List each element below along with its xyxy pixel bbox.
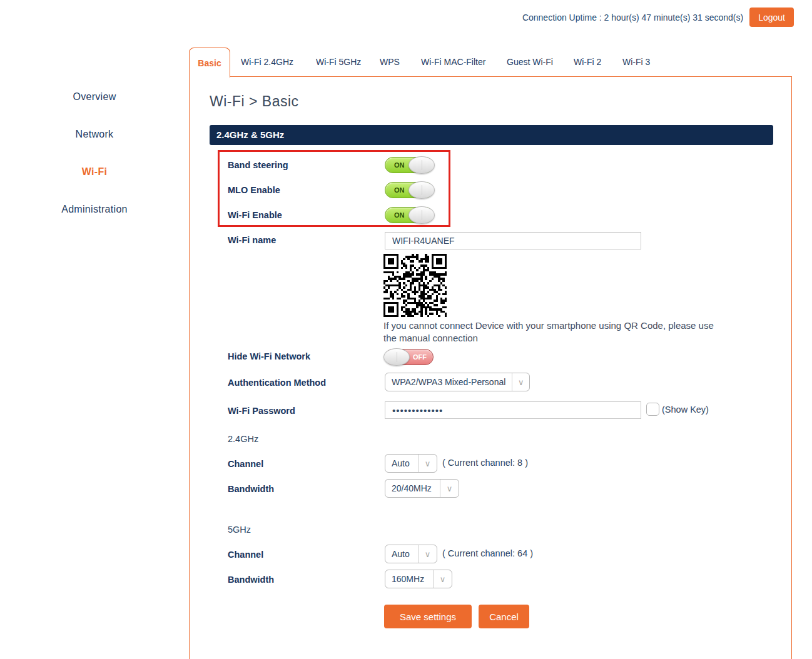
- bandwidth-5-select[interactable]: 160MHz ∨: [385, 570, 452, 588]
- qr-instruction-text: If you cannot connect Device with your s…: [383, 319, 729, 345]
- save-settings-button[interactable]: Save settings: [384, 605, 472, 628]
- tab-wifi-24ghz[interactable]: Wi-Fi 2.4GHz: [241, 48, 293, 76]
- router-admin-screen: Connection Uptime : 2 hour(s) 47 minute(…: [0, 0, 812, 659]
- channel-5-select[interactable]: Auto ∨: [385, 545, 437, 563]
- show-key-label: (Show Key): [662, 405, 709, 415]
- band-steering-toggle[interactable]: ON: [385, 157, 434, 173]
- wifi-name-label: Wi-Fi name: [228, 235, 276, 245]
- bandwidth-5-value: 160MHz: [385, 574, 433, 584]
- hide-network-label: Hide Wi-Fi Network: [228, 351, 310, 361]
- toggle-state-text: ON: [394, 161, 405, 169]
- channel-5-label: Channel: [228, 550, 263, 560]
- chevron-down-icon: ∨: [512, 373, 529, 391]
- topbar: Connection Uptime : 2 hour(s) 47 minute(…: [522, 8, 794, 27]
- tab-wifi-mac-filter[interactable]: Wi-Fi MAC-Filter: [421, 48, 485, 76]
- current-channel-5-text: ( Current channel: 64 ): [442, 548, 533, 558]
- logout-button[interactable]: Logout: [749, 8, 794, 27]
- band-steering-label: Band steering: [228, 160, 288, 170]
- auth-method-select[interactable]: WPA2/WPA3 Mixed-Personal ∨: [385, 373, 530, 391]
- mlo-enable-row: MLO Enable ON: [228, 182, 444, 198]
- wifi-qr-code: [383, 254, 447, 317]
- tab-wifi-5ghz[interactable]: Wi-Fi 5GHz: [316, 48, 361, 76]
- chevron-down-icon: ∨: [440, 480, 459, 497]
- tab-guest-wifi[interactable]: Guest Wi-Fi: [507, 48, 553, 76]
- chevron-down-icon: ∨: [433, 570, 452, 588]
- toggle-state-text: ON: [394, 186, 405, 194]
- bandwidth-5-label: Bandwidth: [228, 575, 274, 585]
- toggle-state-text: OFF: [413, 353, 427, 361]
- content-panel: Wi-Fi > Basic 2.4GHz & 5GHz Band steerin…: [189, 76, 792, 659]
- sidebar-item-overview[interactable]: Overview: [0, 91, 189, 103]
- band-steering-row: Band steering ON: [228, 157, 444, 173]
- tab-wifi-3[interactable]: Wi-Fi 3: [622, 48, 650, 76]
- sidebar-item-network[interactable]: Network: [0, 129, 189, 140]
- wifi-enable-row: Wi-Fi Enable ON: [228, 207, 444, 223]
- toggle-knob: [409, 181, 435, 199]
- bandwidth-24-select[interactable]: 20/40MHz ∨: [385, 479, 459, 498]
- channel-24-value: Auto: [385, 458, 418, 468]
- band-24ghz-heading: 2.4GHz: [228, 434, 258, 444]
- bandwidth-24-label: Bandwidth: [228, 484, 274, 494]
- connection-uptime-text: Connection Uptime : 2 hour(s) 47 minute(…: [522, 13, 743, 23]
- wifi-password-input[interactable]: [385, 401, 641, 419]
- sidebar-item-wifi[interactable]: Wi-Fi: [0, 166, 189, 178]
- channel-5-value: Auto: [385, 549, 418, 559]
- toggle-knob: [409, 156, 435, 174]
- chevron-down-icon: ∨: [418, 545, 437, 563]
- band-5ghz-heading: 5GHz: [228, 525, 251, 535]
- channel-24-label: Channel: [228, 459, 263, 469]
- wifi-enable-label: Wi-Fi Enable: [228, 210, 282, 220]
- auth-method-label: Authentication Method: [228, 378, 326, 388]
- wifi-enable-toggle[interactable]: ON: [385, 207, 434, 223]
- hide-network-toggle[interactable]: OFF: [385, 349, 434, 365]
- page-title: Wi-Fi > Basic: [210, 93, 299, 110]
- form-actions: Save settings Cancel: [384, 605, 529, 628]
- toggle-knob: [409, 206, 435, 224]
- mlo-enable-label: MLO Enable: [228, 185, 280, 195]
- wifi-name-input[interactable]: [385, 232, 641, 249]
- mlo-enable-toggle[interactable]: ON: [385, 182, 434, 198]
- toggle-knob: [383, 348, 410, 366]
- highlighted-toggle-group: Band steering ON MLO Enable ON Wi-Fi Ena…: [218, 150, 450, 227]
- cancel-button[interactable]: Cancel: [479, 605, 529, 628]
- bandwidth-24-value: 20/40MHz: [385, 483, 440, 493]
- current-channel-24-text: ( Current channel: 8 ): [442, 458, 528, 468]
- toggle-state-text: ON: [394, 211, 405, 219]
- tab-wps[interactable]: WPS: [380, 48, 400, 76]
- wifi-password-label: Wi-Fi Password: [228, 406, 295, 416]
- sidebar-item-administration[interactable]: Administration: [0, 204, 189, 215]
- auth-method-value: WPA2/WPA3 Mixed-Personal: [385, 377, 512, 387]
- section-header-bar: 2.4GHz & 5GHz: [210, 125, 773, 145]
- sidebar: Overview Network Wi-Fi Administration: [0, 0, 189, 659]
- tab-basic[interactable]: Basic: [189, 48, 230, 78]
- channel-24-select[interactable]: Auto ∨: [385, 454, 437, 473]
- chevron-down-icon: ∨: [418, 455, 437, 472]
- show-key-checkbox[interactable]: [646, 403, 659, 416]
- tab-wifi-2[interactable]: Wi-Fi 2: [574, 48, 601, 76]
